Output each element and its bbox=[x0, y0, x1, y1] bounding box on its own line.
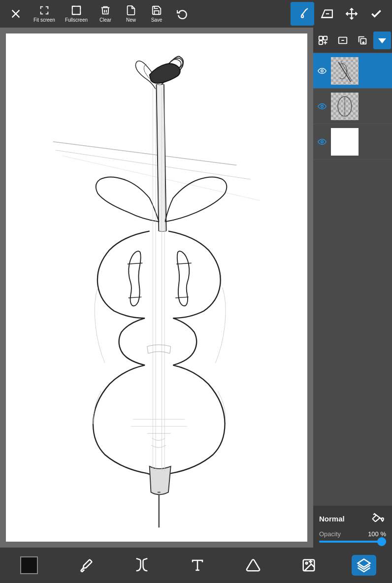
fullscreen-label: Fullscreen bbox=[65, 17, 88, 23]
duplicate-layer-button[interactable] bbox=[354, 32, 371, 49]
move-layer-down-button[interactable] bbox=[373, 32, 391, 49]
svg-point-47 bbox=[321, 105, 324, 107]
right-panel: Normal Opacity 100 % bbox=[313, 28, 392, 548]
opacity-value: 100 % bbox=[368, 530, 386, 538]
svg-rect-34 bbox=[319, 40, 323, 44]
opacity-row: Opacity 100 % bbox=[319, 530, 386, 538]
canvas-area bbox=[0, 28, 313, 548]
svg-rect-32 bbox=[319, 36, 323, 39]
canvas-drawing bbox=[6, 33, 307, 542]
save-button[interactable]: Save bbox=[145, 3, 168, 25]
layer-visibility-toggle[interactable] bbox=[316, 136, 328, 148]
svg-rect-2 bbox=[72, 6, 81, 15]
fit-screen-label: Fit screen bbox=[33, 17, 55, 23]
fit-screen-button[interactable]: Fit screen bbox=[30, 3, 59, 25]
toolbar-right bbox=[291, 2, 388, 26]
layers-list bbox=[313, 53, 392, 506]
import-image-button[interactable] bbox=[296, 555, 321, 576]
blend-panel: Normal Opacity 100 % bbox=[313, 506, 392, 548]
opacity-slider-fill bbox=[319, 541, 386, 543]
shape-button[interactable] bbox=[241, 555, 265, 576]
blend-mode-row: Normal bbox=[319, 511, 386, 526]
layer-item[interactable] bbox=[313, 89, 392, 124]
color-swatch bbox=[20, 556, 38, 574]
layer-item[interactable] bbox=[313, 124, 392, 160]
svg-point-56 bbox=[305, 562, 307, 564]
canvas-wrapper[interactable] bbox=[6, 33, 307, 542]
new-label: New bbox=[126, 17, 136, 23]
layers-button[interactable] bbox=[352, 555, 376, 576]
close-button[interactable] bbox=[4, 6, 28, 21]
svg-point-51 bbox=[321, 140, 324, 143]
clear-button[interactable]: Clear bbox=[94, 3, 117, 25]
undo-button[interactable] bbox=[170, 6, 194, 21]
layer-item[interactable] bbox=[313, 53, 392, 89]
blend-mode-label: Normal bbox=[319, 515, 345, 523]
new-button[interactable]: New bbox=[119, 3, 143, 25]
brush-tool-button[interactable] bbox=[291, 2, 314, 26]
save-label: Save bbox=[151, 17, 163, 23]
top-toolbar: Fit screen Fullscreen Clear bbox=[0, 0, 392, 28]
main-area: Normal Opacity 100 % bbox=[0, 28, 392, 548]
svg-rect-44 bbox=[331, 57, 359, 85]
layer-visibility-toggle[interactable] bbox=[316, 65, 328, 77]
clear-label: Clear bbox=[99, 17, 111, 23]
color-swatch-button[interactable] bbox=[15, 553, 43, 577]
svg-rect-33 bbox=[324, 36, 327, 39]
svg-marker-42 bbox=[379, 38, 386, 43]
opacity-slider[interactable] bbox=[319, 541, 386, 543]
confirm-button[interactable] bbox=[364, 2, 388, 26]
move-tool-button[interactable] bbox=[340, 2, 363, 26]
svg-point-43 bbox=[321, 69, 324, 72]
blend-mode-icon[interactable] bbox=[370, 511, 386, 526]
add-layer-button[interactable] bbox=[314, 32, 332, 49]
fullscreen-button[interactable]: Fullscreen bbox=[61, 3, 92, 25]
layer-visibility-toggle[interactable] bbox=[316, 100, 328, 112]
layer-thumbnail bbox=[331, 128, 359, 156]
layer-thumbnail bbox=[331, 57, 359, 85]
layer-tools bbox=[313, 28, 392, 53]
bottom-toolbar bbox=[0, 548, 392, 583]
remove-layer-button[interactable] bbox=[334, 32, 352, 49]
opacity-slider-thumb[interactable] bbox=[377, 537, 386, 546]
layer-thumbnail bbox=[331, 93, 359, 120]
erase-tool-button[interactable] bbox=[315, 2, 339, 26]
opacity-label: Opacity bbox=[319, 530, 341, 538]
eyedropper-button[interactable] bbox=[74, 555, 98, 576]
smudge-button[interactable] bbox=[130, 555, 154, 576]
toolbar-left: Fit screen Fullscreen Clear bbox=[4, 3, 194, 25]
text-button[interactable] bbox=[185, 555, 210, 576]
